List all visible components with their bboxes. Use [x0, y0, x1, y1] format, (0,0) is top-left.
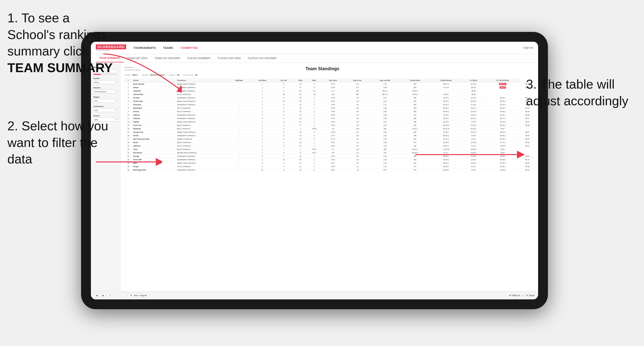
table-cell: 8: [274, 120, 294, 124]
toolbar-refresh[interactable]: ↺: [108, 294, 112, 297]
table-cell: Georgia: [132, 155, 176, 158]
table-cell: -: [228, 158, 250, 162]
table-cell: 80.23: [521, 110, 534, 113]
table-cell: 1: [124, 82, 132, 86]
table-cell: 217: [400, 113, 430, 117]
subnav-player-h2h-heatmap[interactable]: PLAYER H2H HEATMAP: [244, 54, 280, 62]
nav-committee[interactable]: COMMITTEE: [180, 46, 198, 49]
sign-out-button[interactable]: | Sign out: [523, 46, 533, 49]
table-cell: 21: [294, 165, 308, 168]
table-cell: 18-12-1: [462, 107, 485, 110]
table-cell: 276.0: [321, 124, 345, 127]
table-cell: 18: [124, 141, 132, 144]
table-cell: -1.1: [345, 165, 370, 168]
table-cell: 35-14-0: [485, 120, 521, 124]
table-cell: Vanderbilt: [132, 89, 176, 93]
table-cell: 33-38-4: [462, 148, 485, 151]
table-cell: Southeastern Conference: [176, 86, 228, 89]
table-cell: 276.9: [321, 131, 345, 134]
share-label: Share: [529, 294, 535, 297]
table-cell: Southeastern Conference: [176, 134, 228, 137]
sidebar-gender-select[interactable]: Men's▾: [93, 80, 118, 84]
table-cell: Pac-12 Conference: [176, 144, 228, 148]
table-cell: Big 12 Conference: [176, 127, 228, 131]
sidebar-region-select[interactable]: N/A▾: [93, 99, 118, 103]
table-cell: 12: [124, 120, 132, 124]
table-cell: 9: [274, 134, 294, 137]
table-cell: 17: [124, 137, 132, 141]
table-cell: 18: [294, 96, 308, 100]
view-icon: 👁: [130, 294, 132, 297]
table-cell: 13-24-1: [462, 113, 485, 117]
table-cell: 1.86: [370, 113, 400, 117]
nav-tournaments[interactable]: TOURNAMENTS: [134, 46, 156, 49]
table-cell: -: [228, 168, 250, 172]
watch-icon: 👁: [509, 294, 511, 297]
table-cell: 276.9: [321, 113, 345, 117]
table-cell: 3: [250, 120, 274, 124]
watch-chevron: ▾: [519, 294, 520, 297]
toolbar-back[interactable]: ◀: [94, 294, 99, 297]
table-cell: Big 12 Conference: [176, 124, 228, 127]
table-cell: North Carolina: [132, 82, 176, 86]
table-cell: 27: [294, 86, 308, 89]
sidebar-conference-select[interactable]: (All)▾: [93, 108, 118, 112]
share-button[interactable]: ⬆ Share: [526, 294, 535, 297]
subnav-team-h2h-heatmap[interactable]: TEAM H2H HEATMAP: [151, 54, 184, 62]
table-cell: 279.3: [321, 158, 345, 162]
table-cell: Big Ten Conference: [176, 141, 228, 144]
table-row: 21New MexicoMountain West Conference-198…: [124, 151, 534, 155]
table-cell: 70-25-1: [430, 93, 462, 96]
table-cell: Florida: [132, 134, 176, 137]
annotation-3: 3. The table will adjust accordingly: [526, 76, 637, 109]
table-row: 10AlabamaSoutheastern Conference-5823327…: [124, 113, 534, 117]
table-cell: 33-25-2: [462, 100, 485, 103]
col-adj-score: Adj. Score: [321, 79, 345, 82]
table-cell: 63-15-1: [430, 96, 462, 100]
toolbar-resize[interactable]: ⤢: [522, 294, 524, 297]
table-cell: 29-25-0: [485, 144, 521, 148]
filter-bar: Gender: Men's Division: NCAA Division I …: [124, 74, 534, 76]
subnav-player-h2h-grid[interactable]: PLAYER H2H GRID: [214, 54, 244, 62]
nav-teams[interactable]: TEAMS: [163, 46, 173, 49]
table-cell: 277.5: [321, 134, 345, 137]
table-cell: 1: [250, 86, 274, 89]
table-cell: 20: [294, 100, 308, 103]
toolbar-forward[interactable]: ▶: [101, 294, 106, 297]
table-cell: Atlantic Coast Conference: [176, 162, 228, 165]
sidebar-conference: Conference (All)▾: [93, 105, 118, 112]
table-cell: 215: [370, 151, 400, 155]
subnav-team-h2h-grid[interactable]: TEAM H2H GRID: [124, 54, 151, 62]
table-cell: -: [228, 103, 250, 107]
table-cell: 3: [308, 113, 321, 117]
table-cell: 4: [250, 103, 274, 107]
table-cell: -: [228, 100, 250, 103]
table-cell: 76-26-1: [430, 131, 462, 134]
view-original-button[interactable]: 👁 View: Original: [128, 294, 149, 297]
table-row: 23Texas A&MSoutheastern Conference-91030…: [124, 158, 534, 162]
table-cell: 8: [124, 107, 132, 110]
table-row: 4Arizona StatePac-12 Conference-126271-4…: [124, 93, 534, 96]
table-cell: 9-10-1: [462, 137, 485, 141]
table-cell: 4: [308, 131, 321, 134]
table-cell: 8: [274, 137, 294, 141]
table-cell: 276.9: [321, 103, 345, 107]
subnav-player-summary[interactable]: PLAYER SUMMARY: [184, 54, 214, 62]
table-cell: 39-20-1: [485, 107, 521, 110]
table-cell: 4: [308, 82, 321, 86]
table-cell: 80.34: [521, 141, 534, 144]
table-cell: Florida State: [132, 100, 176, 103]
table-cell: 59-39-1: [430, 155, 462, 158]
toolbar-more[interactable]: ⋯: [121, 294, 126, 297]
sidebar-division-select[interactable]: NCAA Division I▾: [93, 90, 118, 94]
watch-button[interactable]: 👁 Watch ▾: [509, 294, 520, 297]
view-original-label: View: Original: [133, 294, 147, 297]
toolbar-home[interactable]: ⌂: [114, 294, 119, 297]
table-cell: 271: [294, 93, 308, 96]
col-wins: Wins: [308, 79, 321, 82]
col-no-tour: No Tour: [274, 79, 294, 82]
table-cell: 203: [345, 89, 370, 93]
table-cell: 86-25-1: [430, 110, 462, 113]
table-cell: 2: [308, 100, 321, 103]
table-cell: 23: [294, 117, 308, 120]
